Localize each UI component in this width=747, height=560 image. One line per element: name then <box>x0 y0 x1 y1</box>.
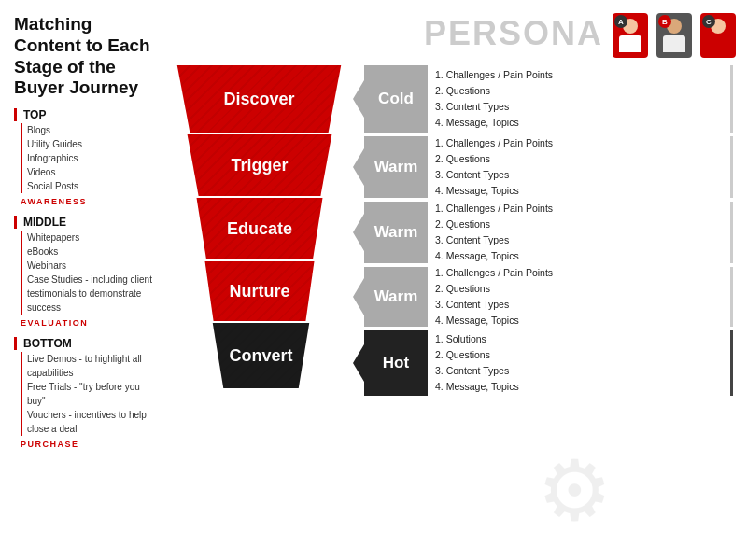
stage-row-warm-3: Warm 1. Challenges / Pain Points 2. Ques… <box>364 267 733 327</box>
page-title: Matching Content to Each Stage of the Bu… <box>14 14 159 99</box>
stage-row-warm-1: Warm 1. Challenges / Pain Points 2. Ques… <box>364 136 733 198</box>
middle-section: MIDDLE Whitepapers eBooks Webinars Case … <box>14 216 159 328</box>
avatar-c: C <box>698 9 738 58</box>
content-list-warm-3: 1. Challenges / Pain Points 2. Questions… <box>428 267 730 327</box>
evaluation-label: EVALUATION <box>21 318 159 328</box>
temp-badge-warm-2: Warm <box>364 202 428 263</box>
avatar-a: A <box>611 9 650 58</box>
stage-row-cold: Cold 1. Challenges / Pain Points 2. Ques… <box>364 65 733 133</box>
funnel-step-nurture: Nurture <box>199 261 320 321</box>
stage-row-warm-2: Warm 1. Challenges / Pain Points 2. Ques… <box>364 202 733 263</box>
bottom-label: BOTTOM <box>23 337 72 350</box>
stage-row-hot: Hot 1. Solutions 2. Questions 3. Content… <box>364 330 733 396</box>
right-line-5 <box>730 330 733 396</box>
persona-avatars: A B C <box>611 9 738 58</box>
bottom-items: Live Demos - to highlight all capabiliti… <box>21 352 159 436</box>
funnel-step-educate: Educate <box>190 198 330 259</box>
temp-badge-warm-3: Warm <box>364 267 428 327</box>
funnel-step-discover: Discover <box>168 65 350 133</box>
purchase-label: PURCHASE <box>21 440 159 449</box>
right-line-4 <box>730 267 733 327</box>
top-label: TOP <box>23 108 46 121</box>
awareness-label: AWARENESS <box>21 197 159 206</box>
left-panel: Matching Content to Each Stage of the Bu… <box>14 14 159 546</box>
top-items: Blogs Utility Guides Infographics Videos… <box>21 123 159 193</box>
persona-title: PERSONA <box>424 14 603 53</box>
right-line-2 <box>730 136 733 198</box>
bottom-section: BOTTOM Live Demos - to highlight all cap… <box>14 337 159 449</box>
persona-header: PERSONA A B <box>424 9 738 58</box>
right-line-3 <box>730 202 733 263</box>
temp-badge-hot: Hot <box>364 330 428 396</box>
middle-label: MIDDLE <box>23 216 66 229</box>
temp-badge-cold: Cold <box>364 65 428 133</box>
funnel-panel: Discover Trigger Educate Nurture Convert <box>168 14 355 546</box>
funnel-step-trigger: Trigger <box>179 134 340 196</box>
top-section: TOP Blogs Utility Guides Infographics Vi… <box>14 108 159 206</box>
middle-items: Whitepapers eBooks Webinars Case Studies… <box>21 231 159 315</box>
content-list-cold: 1. Challenges / Pain Points 2. Questions… <box>428 65 730 133</box>
funnel-step-convert: Convert <box>207 323 315 388</box>
avatar-b: B <box>655 9 694 58</box>
content-list-warm-2: 1. Challenges / Pain Points 2. Questions… <box>428 202 730 263</box>
content-list-warm-1: 1. Challenges / Pain Points 2. Questions… <box>428 136 730 198</box>
temp-badge-warm-1: Warm <box>364 136 428 198</box>
content-list-hot: 1. Solutions 2. Questions 3. Content Typ… <box>428 330 730 396</box>
right-panel: PERSONA A B <box>364 14 733 546</box>
right-line-1 <box>730 65 733 133</box>
